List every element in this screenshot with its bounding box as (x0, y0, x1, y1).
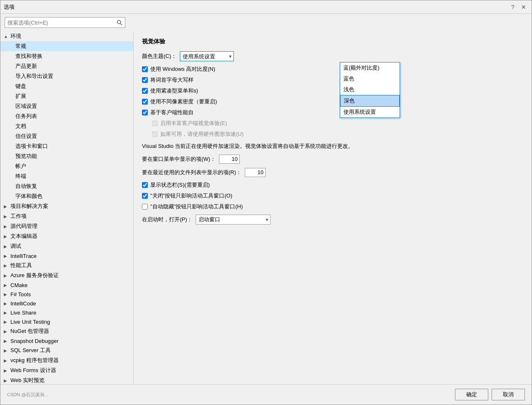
expand-icon-intellicode: ▶ (4, 301, 10, 306)
sidebar-item-sqlserver[interactable]: ▶ SQL Server 工具 (0, 345, 133, 355)
sidebar-item-trust[interactable]: 信任设置 (0, 131, 133, 141)
sidebar-label-tabswindows: 选项卡和窗口 (15, 142, 48, 150)
sidebar-label-preview: 预览功能 (15, 152, 37, 160)
sidebar-label-fontcolor: 字体和颜色 (15, 192, 42, 200)
expand-icon-weblive: ▶ (4, 378, 10, 383)
sidebar-label-findreplace: 查找和替换 (15, 52, 42, 60)
expand-icon-workitems: ▶ (4, 214, 10, 219)
section-title: 视觉体验 (142, 38, 523, 45)
expand-icon-cmake: ▶ (4, 283, 10, 288)
sidebar-item-findreplace[interactable]: 查找和替换 (0, 51, 133, 61)
checkbox-compact-label: 使用紧凑型菜单和s) (150, 87, 198, 95)
sidebar-item-docs[interactable]: 文档 (0, 121, 133, 131)
sidebar-item-azure[interactable]: ▶ Azure 服务身份验证 (0, 270, 133, 280)
checkbox-row-clientperf: 基于客户端性能自 (142, 109, 523, 116)
sidebar-item-preview[interactable]: 预览功能 (0, 151, 133, 161)
search-bar (0, 14, 532, 31)
color-theme-select[interactable]: 使用系统设置 蓝(额外对比度) 蓝色 浅色 深色 (180, 51, 234, 61)
expand-icon-projects: ▶ (4, 204, 10, 209)
sidebar-item-texteditor[interactable]: ▶ 文本编辑器 (0, 231, 133, 241)
checkbox-autohide-label: "自动隐藏"按钮只影响活动工具窗口(H) (150, 203, 243, 210)
sidebar-item-cmake[interactable]: ▶ CMake (0, 280, 133, 290)
sidebar-item-locale[interactable]: 区域设置 (0, 101, 133, 111)
startup-row: 在启动时，打开(P)： 启动窗口 新建项目对话框 打开项目 空环境 ▼ (142, 215, 523, 225)
dropdown-item-light[interactable]: 浅色 (340, 84, 400, 95)
sidebar-label-fsharp: F# Tools (10, 291, 31, 298)
search-input[interactable] (5, 19, 114, 27)
window-menu-input[interactable] (219, 155, 240, 164)
sidebar-item-env[interactable]: ▲ 环境 (0, 31, 133, 41)
dropdown-item-blue[interactable]: 蓝色 (340, 73, 400, 84)
checkbox-close-active[interactable] (142, 193, 148, 199)
window-menu-row: 要在窗口菜单中显示的项(W)： (142, 155, 523, 164)
sidebar-item-keyboard[interactable]: 键盘 (0, 81, 133, 91)
sidebar-item-tasklist[interactable]: 任务列表 (0, 111, 133, 121)
sidebar-item-weblive[interactable]: ▶ Web 实时预览 (0, 375, 133, 384)
checkbox-compact[interactable] (142, 88, 148, 94)
cancel-button[interactable]: 取消 (492, 389, 525, 400)
checkbox-highcontrast[interactable] (142, 66, 148, 72)
checkbox-autohide[interactable] (142, 204, 148, 210)
sidebar-item-vcpkg[interactable]: ▶ vcpkg 程序包管理器 (0, 355, 133, 365)
sidebar-item-intellicode[interactable]: ▶ IntelliCode (0, 299, 133, 308)
recent-files-input[interactable] (245, 168, 266, 177)
sidebar-item-intellitrace[interactable]: ▶ IntelliTrace (0, 251, 133, 260)
sidebar-item-extend[interactable]: 扩展 (0, 91, 133, 101)
sidebar-item-terminal[interactable]: 终端 (0, 171, 133, 181)
sidebar-item-projects[interactable]: ▶ 项目和解决方案 (0, 201, 133, 211)
sidebar-item-tabswindows[interactable]: 选项卡和窗口 (0, 141, 133, 151)
sidebar-item-liveshare[interactable]: ▶ Live Share (0, 308, 133, 317)
checkbox-clientperf[interactable] (142, 110, 148, 115)
sidebar-item-nuget[interactable]: ▶ NuGet 包管理器 (0, 326, 133, 336)
info-text: Visual Studio 当前正在使用硬件加速渲染。视觉体验设置将自动基于系统… (142, 142, 425, 150)
checkbox-row-close-active: "关闭"按钮只影响活动工具窗口(O) (142, 192, 523, 200)
checkbox-row-statusbar: 显示状态栏(S)(需要重启) (142, 181, 523, 189)
content-area: 视觉体验 颜色主题(C)： 使用系统设置 蓝(额外对比度) 蓝色 浅色 深色 ▼ (134, 31, 532, 384)
sidebar-item-webforms[interactable]: ▶ Web Forms 设计器 (0, 365, 133, 375)
ok-button[interactable]: 确定 (455, 389, 488, 400)
sidebar-label-sqlserver: SQL Server 工具 (10, 347, 51, 354)
expand-icon-azure: ▶ (4, 273, 10, 278)
sidebar-label-tasklist: 任务列表 (15, 112, 37, 120)
sidebar-label-workitems: 工作项 (10, 212, 27, 220)
checkbox-pixeldensity[interactable] (142, 99, 148, 105)
sidebar-label-terminal: 终端 (15, 172, 26, 180)
sidebar-label-liveshare: Live Share (10, 310, 36, 316)
startup-select[interactable]: 启动窗口 新建项目对话框 打开项目 空环境 (196, 215, 271, 225)
sidebar-item-workitems[interactable]: ▶ 工作项 (0, 211, 133, 221)
checkbox-statusbar[interactable] (142, 182, 148, 188)
sidebar-item-fontcolor[interactable]: 字体和颜色 (0, 191, 133, 201)
sidebar-item-importexport[interactable]: 导入和导出设置 (0, 71, 133, 81)
dropdown-item-system[interactable]: 使用系统设置 (340, 107, 400, 118)
dialog-title: 选项 (4, 3, 15, 11)
sidebar-item-snapshot[interactable]: ▶ Snapshot Debugger (0, 336, 133, 345)
checkbox-hwaccel-label: 如果可用，请使用硬件图形加速(U) (160, 130, 244, 138)
dropdown-item-dark[interactable]: 深色 (340, 95, 400, 107)
close-button[interactable]: ✕ (519, 2, 528, 12)
color-theme-label: 颜色主题(C)： (142, 52, 177, 60)
sidebar-label-projects: 项目和解决方案 (10, 202, 48, 210)
sidebar-item-general[interactable]: 常规 (0, 41, 133, 51)
checkbox-capitalize[interactable] (142, 77, 148, 83)
dialog-footer: CSDN @石沉溪涧... 确定 取消 (0, 384, 532, 405)
sidebar-label-intellitrace: IntelliTrace (10, 253, 37, 259)
sidebar-item-account[interactable]: 帐户 (0, 161, 133, 171)
sidebar-item-liveunit[interactable]: ▶ Live Unit Testing (0, 317, 133, 326)
sidebar-item-autorestore[interactable]: 自动恢复 (0, 181, 133, 191)
expand-icon-liveshare: ▶ (4, 310, 10, 315)
sidebar-label-extend: 扩展 (15, 92, 26, 100)
color-theme-dropdown[interactable]: 蓝(额外对比度) 蓝色 浅色 深色 使用系统设置 (340, 62, 400, 118)
sidebar-item-productupdate[interactable]: 产品更新 (0, 61, 133, 71)
sidebar-item-debug[interactable]: ▶ 调试 (0, 241, 133, 251)
dropdown-item-highcontrast[interactable]: 蓝(额外对比度) (340, 62, 400, 73)
checkbox-richclient[interactable] (152, 120, 158, 126)
sidebar-label-cmake: CMake (10, 282, 27, 288)
checkbox-hwaccel[interactable] (152, 131, 158, 137)
sidebar-item-sourcectrl[interactable]: ▶ 源代码管理 (0, 221, 133, 231)
search-icon-button[interactable] (114, 17, 125, 28)
sidebar-label-env: 环境 (10, 32, 21, 40)
recent-files-row: 要在最近使用的文件列表中显示的项(R)： (142, 168, 523, 177)
sidebar-item-perftools[interactable]: ▶ 性能工具 (0, 260, 133, 270)
help-button[interactable]: ? (508, 2, 517, 12)
sidebar-item-fsharp[interactable]: ▶ F# Tools (0, 290, 133, 299)
